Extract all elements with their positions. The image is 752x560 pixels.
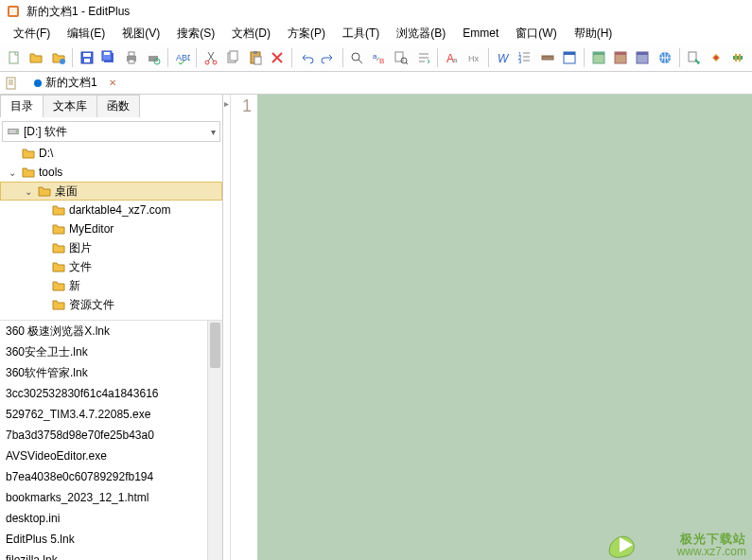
splitter-handle[interactable]: ▸ — [223, 95, 231, 560]
find-in-files-icon[interactable] — [392, 47, 411, 68]
toolbar-sep — [291, 48, 292, 67]
file-row[interactable]: 529762_TIM3.4.7.22085.exe — [0, 404, 222, 425]
page-icon — [4, 76, 19, 91]
hex-icon[interactable]: Hx — [464, 47, 484, 68]
svg-point-3 — [60, 59, 65, 64]
wordwrap-icon[interactable]: W — [493, 47, 513, 68]
find-icon[interactable] — [347, 47, 367, 68]
tree-row[interactable]: 文件 — [0, 257, 222, 276]
file-row[interactable]: 3cc302532830f61c4a1843616 — [0, 383, 222, 404]
tree-row[interactable]: ⌄tools — [0, 163, 222, 182]
delete-icon[interactable] — [268, 47, 288, 68]
folder-icon — [51, 202, 66, 218]
fullscreen-icon[interactable] — [559, 47, 579, 68]
tree-row[interactable]: 图片 — [0, 238, 222, 257]
drive-selector[interactable]: [D:] 软件 ▾ — [2, 121, 220, 142]
save-icon[interactable] — [77, 47, 96, 68]
file-row[interactable]: 7ba3d3758d98e70fe25b43a0 — [0, 425, 222, 446]
svg-rect-2 — [9, 52, 18, 63]
internal-browser-icon[interactable] — [610, 47, 630, 68]
file-row[interactable]: filezilla.lnk — [0, 550, 222, 560]
folder-tree: D:\⌄tools⌄桌面darktable4_xz7.comMyEditor图片… — [0, 144, 222, 321]
sidebar-tab-cliptext[interactable]: 文本库 — [43, 95, 97, 117]
file-row[interactable]: AVSVideoEditor.exe — [0, 446, 222, 466]
tree-row[interactable]: ⌄桌面 — [0, 182, 222, 201]
paste-icon[interactable] — [245, 47, 265, 68]
copy-icon[interactable] — [223, 47, 243, 68]
spellcheck-icon[interactable]: ABD — [172, 47, 192, 68]
file-row[interactable]: 360安全卫士.lnk — [0, 341, 222, 362]
text-area[interactable] — [257, 95, 752, 560]
watermark-logo-icon — [604, 528, 642, 560]
menu-browser[interactable]: 浏览器(B) — [389, 24, 453, 44]
tree-twisty-icon[interactable]: ⌄ — [23, 186, 34, 197]
drive-icon — [7, 125, 20, 138]
toolbar-sep — [72, 48, 73, 67]
menu-window[interactable]: 窗口(W) — [508, 24, 564, 44]
external-browser-icon[interactable] — [633, 47, 653, 68]
file-list: 360 极速浏览器X.lnk360安全卫士.lnk360软件管家.lnk3cc3… — [0, 321, 222, 560]
file-row[interactable]: desktop.ini — [0, 508, 222, 529]
browser-icon[interactable] — [655, 47, 674, 68]
replace-icon[interactable]: aB — [369, 47, 389, 68]
tree-row[interactable]: MyEditor — [0, 219, 222, 238]
line-gutter: 1 — [231, 95, 257, 560]
menu-edit[interactable]: 编辑(E) — [60, 24, 113, 44]
svg-rect-48 — [735, 54, 737, 61]
save-all-icon[interactable] — [99, 47, 119, 68]
svg-point-46 — [714, 56, 718, 60]
tree-row[interactable]: darktable4_xz7.com — [0, 201, 222, 219]
sidebar-tab-directory[interactable]: 目录 — [0, 95, 44, 117]
menu-project[interactable]: 方案(P) — [280, 24, 333, 44]
tree-row[interactable]: D:\ — [0, 144, 222, 163]
sidebar-tab-functions[interactable]: 函数 — [96, 95, 140, 117]
menu-help[interactable]: 帮助(H) — [567, 24, 621, 44]
watermark-cn: 极光下载站 — [677, 533, 746, 546]
file-row[interactable]: EditPlus 5.lnk — [0, 529, 222, 550]
scrollbar[interactable] — [207, 321, 222, 560]
toolbar-sep — [196, 48, 197, 67]
file-row[interactable]: b7ea4038e0c60789292fb194 — [0, 466, 222, 487]
tree-label: 桌面 — [55, 184, 78, 200]
print-icon[interactable] — [121, 47, 141, 68]
svg-text:a: a — [373, 52, 377, 61]
browser-view-icon[interactable] — [588, 47, 608, 68]
tree-twisty-icon[interactable]: ⌄ — [7, 167, 18, 178]
menu-view[interactable]: 视图(V) — [114, 24, 167, 44]
cut-icon[interactable] — [201, 47, 220, 68]
new-file-icon[interactable] — [4, 47, 24, 68]
tree-label: MyEditor — [69, 222, 114, 236]
document-tab[interactable]: 新的文档1 ✕ — [26, 73, 124, 93]
scrollbar-thumb[interactable] — [210, 323, 220, 368]
close-tab-icon[interactable]: ✕ — [109, 78, 116, 88]
file-row[interactable]: bookmarks_2023_12_1.html — [0, 487, 222, 508]
file-row[interactable]: 360软件管家.lnk — [0, 362, 222, 383]
svg-text:ABD: ABD — [176, 53, 190, 62]
redo-icon[interactable] — [318, 47, 338, 68]
open-folder-icon[interactable] — [26, 47, 45, 68]
preferences-icon[interactable] — [727, 47, 747, 68]
record-icon[interactable] — [706, 47, 726, 68]
print-preview-icon[interactable] — [144, 47, 164, 68]
open-remote-icon[interactable] — [48, 47, 68, 68]
ruler-icon[interactable] — [537, 47, 557, 68]
svg-rect-5 — [83, 53, 91, 57]
menu-file[interactable]: 文件(F) — [6, 24, 58, 44]
font-icon[interactable]: Aa — [442, 47, 462, 68]
document-tab-label: 新的文档1 — [45, 75, 97, 91]
menu-search[interactable]: 搜索(S) — [169, 24, 222, 44]
svg-rect-26 — [395, 52, 403, 61]
toolbar-sep — [167, 48, 168, 67]
tree-label: 图片 — [69, 240, 92, 256]
undo-icon[interactable] — [296, 47, 316, 68]
menu-tools[interactable]: 工具(T) — [335, 24, 387, 44]
menu-document[interactable]: 文档(D) — [224, 24, 278, 44]
goto-line-icon[interactable] — [413, 47, 433, 68]
file-row[interactable]: 360 极速浏览器X.lnk — [0, 321, 222, 341]
tree-row[interactable]: 新 — [0, 276, 222, 295]
menu-emmet[interactable]: Emmet — [455, 25, 506, 42]
svg-rect-12 — [129, 60, 134, 63]
tree-row[interactable]: 资源文件 — [0, 295, 222, 314]
linenum-icon[interactable]: 123 — [516, 47, 535, 68]
run-icon[interactable] — [684, 47, 704, 68]
